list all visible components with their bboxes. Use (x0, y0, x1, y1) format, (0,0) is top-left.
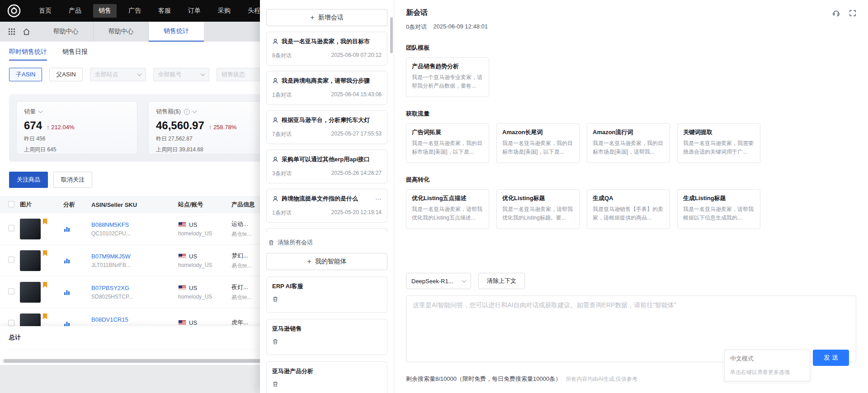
prompt-card[interactable]: 优化Listing五点描述 我是一名亚马逊卖家，请帮我优化我的Listing五点… (406, 189, 489, 229)
session-card[interactable]: 我是跨境电商卖家，请帮我分步骤 1条对话 2025-06-04 15:43:06 (266, 71, 387, 105)
my-agents-button[interactable]: + 我的智能体 (266, 253, 387, 270)
session-card-partial[interactable] (266, 228, 387, 232)
ai-disclaimer: 所有内容均由AI生成,仅供参考 (566, 375, 637, 383)
row-checkbox[interactable] (8, 225, 14, 231)
site-select[interactable]: 全部站点 (90, 68, 146, 81)
stat-card-sales-qty: 销量 674↑ 212.04% 昨日 456 上周同日 645 (16, 101, 137, 154)
asin-link[interactable]: B088NM5KFS (91, 221, 129, 228)
tab-sales-statistics[interactable]: 销售统计 (149, 22, 204, 42)
session-time: 2025-05-26 14:26:27 (331, 170, 382, 178)
user-icon (272, 117, 278, 123)
apps-grid-icon[interactable] (8, 28, 15, 35)
analysis-chart-icon[interactable] (63, 289, 91, 296)
clear-all-label: 清除所有会话 (278, 239, 313, 247)
user-icon (272, 156, 278, 163)
agent-card[interactable]: 亚马逊产品分析 (266, 361, 387, 393)
account-select[interactable]: 全部账号 (153, 68, 209, 81)
session-card[interactable]: 根据亚马逊平台，分析摩托车大灯 7条对话 2025-05-27 17:55:53 (266, 110, 387, 144)
site-select-value: 全部站点 (95, 70, 118, 79)
bookmark-icon[interactable] (42, 282, 47, 288)
prompt-card[interactable]: Amazon长尾词 我是一名亚马逊卖家，我的目标市场是[美国]，以下是... (496, 123, 580, 163)
nav-item-purchase[interactable]: 采购 (212, 4, 236, 18)
clear-context-button[interactable]: 清除上下文 (478, 273, 525, 289)
child-asin-toggle[interactable]: 子ASIN (9, 68, 42, 81)
agent-card[interactable]: ERP AI客服 (266, 276, 387, 313)
select-all-checkbox[interactable] (8, 201, 14, 207)
send-button[interactable]: 发 送 (813, 350, 849, 366)
stat-value: 674 (24, 119, 42, 132)
nav-item-service[interactable]: 客服 (153, 4, 176, 18)
prompt-card-desc: 我是一名亚马逊卖家，我的目标市场是[美国]，以下是... (502, 139, 574, 156)
unfollow-button[interactable]: 取消关注 (53, 172, 92, 188)
prompt-card-title: Amazon长尾词 (502, 128, 574, 136)
scrollbar-thumb[interactable] (4, 359, 282, 363)
chevron-down-icon[interactable] (38, 108, 43, 113)
parent-asin-toggle[interactable]: 父ASIN (49, 68, 82, 81)
agent-headset-icon[interactable] (832, 9, 840, 17)
language-mode-option[interactable]: 中文模式 (730, 355, 804, 363)
prompt-card-title: 关键词提取 (683, 128, 755, 136)
col-site: 站点/账号 (178, 201, 231, 209)
row-checkbox[interactable] (8, 257, 14, 263)
prompt-card[interactable]: Amazon流行词 我是一名亚马逊卖家，我的目标市场是[美国]，请帮我... (587, 123, 670, 163)
stat-last-week: 上周同日 39,814.68 (156, 146, 255, 154)
us-flag-icon (178, 320, 186, 325)
row-checkbox[interactable] (8, 320, 14, 326)
language-mode-popover: 中文模式 单击右键以查看更多选项 (724, 350, 810, 381)
prompt-card[interactable]: 产品销售趋势分析 我是一个亚马逊专业卖家，请帮我分析产品数据，要有... (406, 57, 489, 97)
model-select[interactable]: DeepSeek-R1... (406, 273, 471, 289)
bookmark-icon[interactable] (42, 219, 47, 225)
app-logo[interactable] (7, 4, 21, 18)
asin-link[interactable]: B08DV1CR15 (91, 316, 128, 323)
nav-item-sales[interactable]: 销售 (93, 4, 117, 18)
follow-product-button[interactable]: 关注商品 (9, 172, 48, 188)
stat-change: ↑ 258.78% (209, 124, 236, 131)
sessions-scrollbar[interactable] (390, 17, 393, 53)
nav-item-products[interactable]: 产品 (63, 4, 87, 18)
session-panel: + 新增会话 我是一名亚马逊卖家，我的目标市 8条对话 2025-06-09 0… (260, 0, 394, 393)
asin-link[interactable]: B07M9MKJ5W (91, 253, 131, 260)
trash-icon[interactable] (272, 296, 278, 302)
analysis-chart-icon[interactable] (63, 257, 91, 264)
new-session-button[interactable]: + 新增会话 (266, 9, 387, 26)
agent-name: 亚马逊产品分析 (272, 367, 382, 375)
more-options-icon[interactable]: ⋯ (375, 195, 382, 202)
prompt-card[interactable]: 广告词拓展 我是一名亚马逊卖家，我的目标市场是[美国]，以下是... (406, 123, 489, 163)
info-icon[interactable]: i (184, 109, 190, 115)
nav-item-home[interactable]: 首页 (33, 4, 57, 18)
prompt-card[interactable]: 优化Listing标题 我是一名亚马逊卖家，请帮我优化我的Listing标题。要… (496, 189, 580, 229)
trash-icon (268, 239, 274, 246)
session-card[interactable]: 我是一名亚马逊卖家，我的目标市 8条对话 2025-06-09 07:20:12 (266, 32, 387, 66)
analysis-chart-icon[interactable] (63, 225, 91, 233)
prompt-card[interactable]: 关键词提取 我是一名亚马逊卖家，我需要挑选合适的关键词用于广... (677, 123, 760, 163)
session-card[interactable]: 采购单可以通过其他erp用api接口 3条对话 2025-05-26 14:26… (266, 150, 387, 183)
row-checkbox[interactable] (8, 288, 14, 295)
col-analysis: 分析 (63, 201, 91, 209)
session-count: 1条对话 (272, 91, 292, 99)
asin-link[interactable]: B07PBSY2XG (91, 285, 129, 291)
bookmark-icon[interactable] (42, 313, 47, 319)
chat-time: 2025-06-09 12:48:01 (433, 23, 488, 31)
prompt-card-title: 优化Listing五点描述 (412, 194, 483, 202)
bookmark-icon[interactable] (42, 250, 47, 256)
clear-all-sessions[interactable]: 清除所有会话 (268, 239, 386, 247)
chevron-down-icon[interactable] (192, 108, 197, 113)
nav-item-ads[interactable]: 广告 (123, 4, 146, 18)
trash-icon[interactable] (272, 381, 278, 387)
nav-item-orders[interactable]: 订单 (183, 4, 206, 18)
tab-help-center-2[interactable]: 帮助中心 (94, 22, 149, 42)
session-time: 2025-05-27 17:55:53 (331, 131, 382, 138)
prompt-card-title: 优化Listing标题 (502, 194, 574, 202)
trash-icon[interactable] (272, 338, 278, 345)
agent-card[interactable]: 亚马逊销售 (266, 319, 387, 355)
home-icon[interactable] (23, 28, 30, 36)
tab-help-center-1[interactable]: 帮助中心 (38, 22, 94, 42)
subtab-realtime-stats[interactable]: 即时销售统计 (9, 48, 47, 61)
session-card[interactable]: 跨境物流提单文件指的是什么 ⋯ 1条对话 2025-05-20 12:19:14 (266, 189, 387, 223)
prompt-card[interactable]: 生成Listing标题 我是一名亚马逊卖家，请帮我根据以下信息生成我的... (677, 189, 760, 229)
stat-change: ↑ 212.04% (47, 124, 74, 131)
prompt-card[interactable]: 生成QA 我是亚马逊销售【手表】的卖家，请根据提供的商品... (587, 189, 670, 229)
fullscreen-icon[interactable] (849, 9, 856, 17)
chevron-down-icon (462, 278, 467, 282)
subtab-daily-report[interactable]: 销售日报 (62, 48, 88, 61)
